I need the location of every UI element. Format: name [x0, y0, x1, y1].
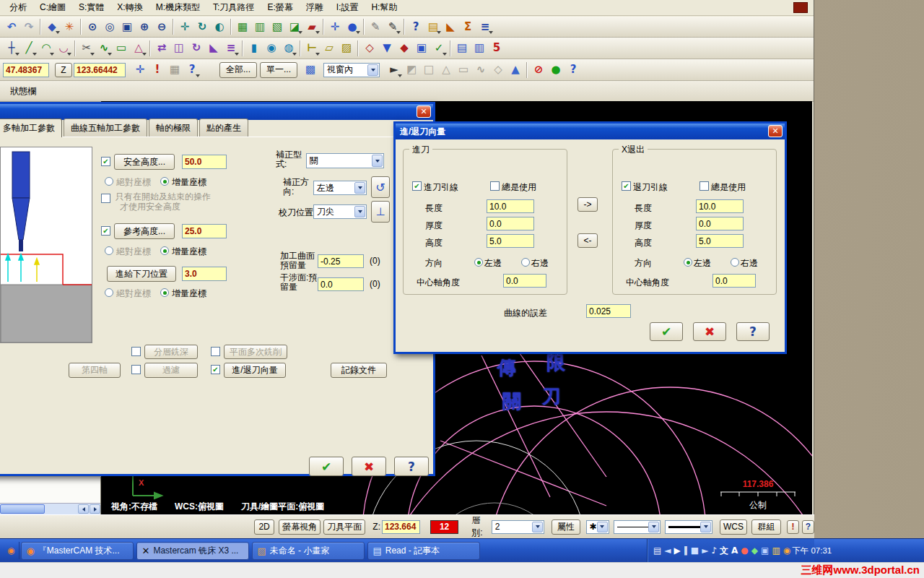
feed-plane-field[interactable]: 3.0 — [182, 267, 227, 281]
ref-height-checkbox[interactable] — [101, 226, 110, 236]
ime-language-icon[interactable]: 文 — [720, 546, 728, 555]
log-file-button[interactable]: 記錄文件 — [331, 363, 387, 378]
safe-incremental-radio[interactable] — [160, 177, 169, 186]
security-icon[interactable]: ◉ — [783, 546, 790, 555]
filter-checkbox[interactable] — [131, 365, 141, 374]
check-surface-field[interactable]: 0.0 — [318, 277, 364, 291]
wcs-button[interactable]: WCS — [720, 519, 747, 535]
startend-only-checkbox[interactable] — [101, 194, 110, 203]
toolpath-verify-icon[interactable]: ✓ — [430, 40, 448, 57]
task-mastercam-mill[interactable]: ✕ Mastercam 铣床 X3 ... — [136, 542, 249, 560]
attributes-button[interactable]: 屬性 — [552, 519, 580, 535]
xform-translate-icon[interactable]: ⇄ — [153, 40, 170, 57]
dropdown-arrow-icon[interactable] — [32, 53, 37, 56]
task-paint[interactable]: ▨ 未命名 - 小畫家 — [252, 542, 365, 560]
entry-left-radio[interactable] — [474, 258, 483, 267]
dropdown-arrow-icon[interactable] — [56, 31, 60, 34]
exit-lead-checkbox[interactable] — [622, 181, 631, 191]
dropdown-arrow-icon[interactable] — [235, 53, 239, 56]
help-icon[interactable]: ? — [407, 18, 424, 35]
select-limit-icon[interactable]: ▲ — [507, 61, 524, 79]
zoom-target-icon[interactable]: ◎ — [101, 18, 118, 35]
analyze-position-icon[interactable]: ▤ — [424, 18, 442, 35]
tab-point-generation[interactable]: 點的產生 — [199, 118, 248, 137]
copy-to-entry-button[interactable]: <- — [578, 233, 598, 248]
exit-thickness-field[interactable]: 0.0 — [696, 217, 744, 230]
dropdown-arrow-icon[interactable] — [15, 53, 19, 56]
alert-button[interactable]: ! — [787, 520, 799, 534]
repaint-icon[interactable]: ✳ — [61, 18, 78, 35]
wmp-next-icon[interactable]: ► — [702, 546, 708, 555]
task-mastercam-article[interactable]: ◉ 『MasterCAM 技术... — [21, 542, 134, 560]
sketch-spline-icon[interactable]: ∿ — [95, 40, 113, 57]
entry-length-field[interactable]: 10.0 — [487, 199, 534, 213]
combo-dropdown-icon[interactable] — [372, 155, 383, 167]
sketch-fillet-icon[interactable]: ◡ — [55, 40, 72, 57]
menu-create[interactable]: C:繪圖 — [33, 0, 72, 16]
menu-settings[interactable]: I:設置 — [330, 0, 365, 16]
dropdown-arrow-icon[interactable] — [396, 31, 401, 34]
menu-machine-type[interactable]: M:機床類型 — [149, 0, 206, 16]
dropdown-arrow-icon[interactable] — [298, 31, 302, 34]
pan-icon[interactable]: ✛ — [176, 18, 193, 35]
multi-pass-checkbox[interactable] — [211, 347, 220, 356]
undo-icon[interactable]: ↶ — [3, 18, 20, 35]
xform-scale-icon[interactable]: ◣ — [205, 40, 222, 57]
close-icon[interactable]: ✕ — [417, 105, 431, 118]
dropdown-arrow-icon[interactable] — [90, 53, 95, 56]
note-icon[interactable]: ▱ — [321, 40, 338, 57]
lead-dialog-titlebar[interactable]: 進/退刀向量 ✕ — [396, 124, 785, 139]
gview-isometric-icon[interactable]: ◪ — [286, 18, 303, 35]
select-all-button[interactable]: 全部... — [219, 62, 257, 78]
sketch-point-icon[interactable]: ┼ — [3, 40, 20, 57]
dropdown-arrow-icon[interactable] — [315, 31, 320, 34]
clipboard-tray-icon[interactable]: ▥ — [772, 546, 780, 555]
gview-side-icon[interactable]: ▧ — [269, 18, 286, 35]
drive-surface-field[interactable]: -0.25 — [318, 254, 364, 268]
safe-height-button[interactable]: 安全高度... — [114, 154, 175, 170]
zoom-window-icon[interactable]: ⊙ — [84, 18, 101, 35]
redo-icon[interactable]: ↷ — [20, 18, 38, 35]
clear-colors-icon[interactable]: ⊘ — [530, 61, 547, 79]
zoom-fit-icon[interactable]: ▣ — [118, 18, 136, 35]
param-cancel-button[interactable]: ✖ — [352, 457, 386, 476]
apply-icon[interactable]: ✛ — [131, 61, 149, 79]
wmp-pause-icon[interactable]: ‖ — [684, 546, 688, 555]
entry-axis-angle-field[interactable]: 0.0 — [503, 274, 546, 288]
ref-incremental-radio[interactable] — [160, 246, 169, 255]
safe-height-field[interactable]: 50.0 — [182, 155, 227, 169]
dropdown-arrow-icon[interactable] — [489, 31, 493, 34]
combo-dropdown-icon[interactable] — [648, 522, 659, 532]
color-swatch[interactable]: 12 — [430, 520, 458, 534]
select-vertex-icon[interactable]: ◩ — [403, 61, 420, 79]
exit-height-field[interactable]: 5.0 — [696, 234, 744, 248]
dropdown-arrow-icon[interactable] — [142, 53, 147, 56]
xform-mirror-icon[interactable]: ◫ — [170, 40, 188, 57]
dropdown-arrow-icon[interactable] — [356, 31, 360, 34]
menu-xform[interactable]: X:轉換 — [110, 0, 149, 16]
select-window-icon[interactable]: □ — [420, 61, 437, 79]
tab-multiaxis-params[interactable]: 多軸加工參數 — [0, 118, 62, 137]
param-ok-button[interactable]: ✔ — [309, 457, 344, 476]
dropdown-arrow-icon[interactable] — [315, 53, 320, 56]
scrollbar-thumb[interactable] — [0, 504, 45, 514]
select-single-button[interactable]: 單一... — [260, 62, 297, 78]
dropdown-arrow-icon[interactable] — [196, 74, 200, 77]
multi-pass-button[interactable]: 平面多次銑削 — [224, 345, 287, 359]
tip-comp-icon[interactable]: ⊥ — [371, 201, 390, 223]
dropdown-arrow-icon[interactable] — [67, 53, 71, 56]
comp-dir-combo[interactable]: 左邊 — [313, 181, 367, 195]
point-style-combo[interactable]: ✱ — [586, 520, 609, 534]
fastpoint-icon[interactable]: ▦ — [166, 61, 183, 79]
sketch-arc-icon[interactable]: ◠ — [38, 40, 55, 57]
operations-manager-icon[interactable]: ▥ — [471, 40, 488, 57]
copy-to-exit-button[interactable]: -> — [578, 197, 598, 212]
analyze-list-icon[interactable]: ≡ — [476, 18, 494, 35]
select-cursor-icon[interactable]: ► — [385, 61, 403, 79]
depth-cuts-checkbox[interactable] — [131, 347, 141, 356]
end-selection-icon[interactable]: ● — [547, 61, 565, 79]
quick-launch-firefox-icon[interactable]: ◉ — [7, 546, 14, 555]
feed-plane-button[interactable]: 進給下刀位置 — [107, 266, 176, 282]
highfeed-icon[interactable]: 5 — [488, 40, 505, 57]
menu-solids[interactable]: S:實體 — [72, 0, 110, 16]
